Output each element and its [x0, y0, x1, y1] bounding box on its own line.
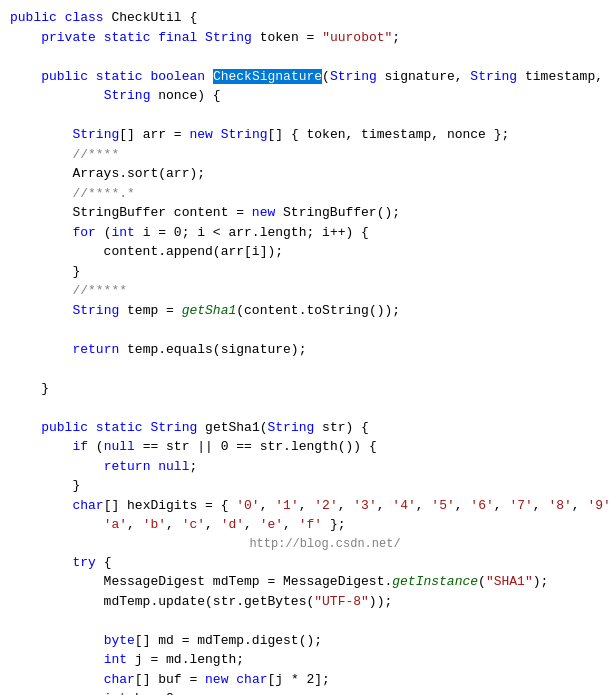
code-line: }: [10, 262, 600, 282]
code-line: //****: [10, 145, 600, 165]
code-line: public class CheckUtil {: [10, 8, 600, 28]
code-line: return temp.equals(signature);: [10, 340, 600, 360]
code-line: Arrays.sort(arr);: [10, 164, 600, 184]
code-line: byte[] md = mdTemp.digest();: [10, 631, 600, 651]
code-line: try {: [10, 553, 600, 573]
code-line: int j = md.length;: [10, 650, 600, 670]
code-line: String temp = getSha1(content.toString()…: [10, 301, 600, 321]
code-line: 'a', 'b', 'c', 'd', 'e', 'f' };: [10, 515, 600, 535]
code-line: for (int i = 0; i < arr.length; i++) {: [10, 223, 600, 243]
code-line: mdTemp.update(str.getBytes("UTF-8"));: [10, 592, 600, 612]
code-line: content.append(arr[i]);: [10, 242, 600, 262]
code-container: public class CheckUtil { private static …: [0, 0, 610, 695]
code-line: if (null == str || 0 == str.length()) {: [10, 437, 600, 457]
code-line: //****.*: [10, 184, 600, 204]
code-line: StringBuffer content = new StringBuffer(…: [10, 203, 600, 223]
code-line: public static String getSha1(String str)…: [10, 418, 600, 438]
code-line: String nonce) {: [10, 86, 600, 106]
code-line: String[] arr = new String[] { token, tim…: [10, 125, 600, 145]
watermark-url: http://blog.csdn.net/: [50, 535, 600, 553]
code-line: return null;: [10, 457, 600, 477]
code-line: char[] buf = new char[j * 2];: [10, 670, 600, 690]
code-line: private static final String token = "uur…: [10, 28, 600, 48]
code-line: MessageDigest mdTemp = MessageDigest.get…: [10, 572, 600, 592]
code-line: int k = 0;: [10, 689, 600, 695]
code-line: }: [10, 476, 600, 496]
code-line: public static boolean CheckSignature(Str…: [10, 67, 600, 87]
code-block: public class CheckUtil { private static …: [0, 8, 610, 695]
code-line: char[] hexDigits = { '0', '1', '2', '3',…: [10, 496, 600, 516]
code-line: }: [10, 379, 600, 399]
code-line: //*****: [10, 281, 600, 301]
